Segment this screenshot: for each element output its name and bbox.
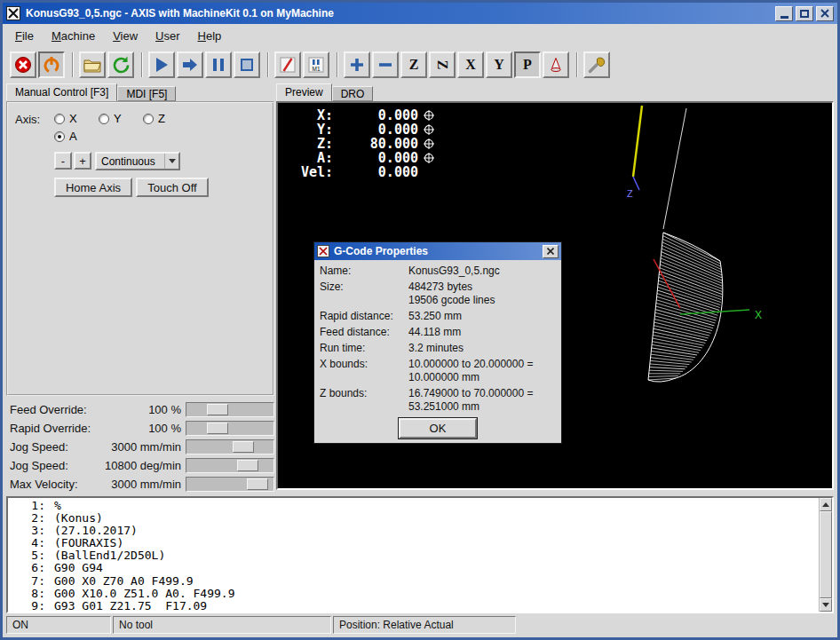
slider-thumb[interactable] <box>237 460 258 471</box>
axis-radio-y[interactable]: Y <box>99 112 122 125</box>
status-machine-state: ON <box>6 616 111 634</box>
tab-preview[interactable]: Preview <box>276 83 332 101</box>
gcode-lines: 1:% 2:(Konus) 3:(27.10.2017) 4:(FOURAXIS… <box>8 498 819 612</box>
tab-dro[interactable]: DRO <box>332 86 374 101</box>
dro-readout: X: 0.000 Y: 0.000 Z: 80.000 A: 0.000 <box>289 108 434 179</box>
slider-thumb[interactable] <box>207 423 228 434</box>
left-panel: Manual Control [F3] MDI [F5] Axis: X Y Z… <box>6 83 274 494</box>
close-icon <box>820 9 829 18</box>
ok-button[interactable]: OK <box>399 418 477 439</box>
feed-override-slider[interactable] <box>186 402 274 417</box>
line-text: (Konus) <box>54 512 103 525</box>
gcode-line[interactable]: 7:G00 X0 Z70 A0 F499.9 <box>8 575 819 588</box>
maximize-button[interactable] <box>796 6 813 21</box>
clear-plot-button[interactable] <box>543 51 569 78</box>
estop-button[interactable] <box>10 51 36 78</box>
toolpath-rapid-line <box>663 108 686 229</box>
menu-view[interactable]: View <box>104 26 147 46</box>
menu-help[interactable]: Help <box>189 26 231 46</box>
dialog-row-z-bounds: Z bounds: 16.749000 to 70.000000 = 53.25… <box>320 387 556 414</box>
home-axis-button[interactable]: Home Axis <box>54 178 132 197</box>
dialog-close-button[interactable] <box>543 245 559 258</box>
jog-minus-button[interactable]: - <box>54 152 72 170</box>
rapid-override-slider[interactable] <box>186 421 274 436</box>
gcode-line[interactable]: 2:(Konus) <box>8 512 819 525</box>
axis-radio-x-label: X <box>69 112 77 125</box>
skip-lines-button[interactable] <box>274 51 301 78</box>
menu-user[interactable]: User <box>147 26 188 46</box>
tools-button[interactable] <box>583 51 610 78</box>
view-x-button[interactable]: X <box>457 51 484 78</box>
pause-button[interactable] <box>205 51 232 78</box>
x-bounds-value: 10.000000 to 20.000000 = 10.000000 mm <box>408 358 533 384</box>
jog-mode-select[interactable]: Continuous <box>95 152 180 170</box>
jog-plus-button[interactable]: + <box>74 152 91 170</box>
view-z-rotated-icon: Z <box>435 60 449 70</box>
x-axis-line <box>680 310 749 314</box>
view-x-icon: X <box>465 58 476 72</box>
scrollbar-thumb[interactable] <box>820 511 832 598</box>
arrow-down-icon <box>822 603 829 607</box>
estop-icon <box>13 55 33 75</box>
scroll-down-button[interactable] <box>820 598 832 612</box>
close-button[interactable] <box>816 6 834 21</box>
axis-label: Axis: <box>15 113 40 126</box>
slider-thumb[interactable] <box>233 441 254 453</box>
status-position-mode: Position: Relative Actual <box>333 616 516 634</box>
jog-speed-row: Jog Speed: 3000 mm/min <box>10 438 274 455</box>
view-perspective-button[interactable]: P <box>514 51 541 78</box>
power-button[interactable] <box>38 51 65 78</box>
tab-manual-control[interactable]: Manual Control [F3] <box>6 83 117 101</box>
dialog-titlebar[interactable]: G-Code Properties <box>314 242 561 260</box>
rapid-override-row: Rapid Override: 100 % <box>10 419 274 437</box>
axis-radio-z[interactable]: Z <box>143 112 165 125</box>
gcode-line[interactable]: 5:(BallEnd1/2D50L) <box>8 549 819 562</box>
slider-thumb[interactable] <box>247 478 268 490</box>
preview-area[interactable]: Z X X: 0.000 Y: 0.000 <box>276 101 834 490</box>
menu-file[interactable]: File <box>6 26 43 46</box>
titlebar[interactable]: KonusG93_0,5.ngc - AXIS with MachineKit … <box>3 3 837 24</box>
x-axis-label: X <box>755 309 762 321</box>
z-axis-line <box>633 177 639 190</box>
gcode-listing[interactable]: 1:% 2:(Konus) 3:(27.10.2017) 4:(FOURAXIS… <box>6 496 834 613</box>
toolbar-separator <box>267 52 269 77</box>
minimize-button[interactable] <box>775 6 793 21</box>
reload-button[interactable] <box>107 51 134 78</box>
feed-distance-value: 44.118 mm <box>408 326 461 339</box>
optional-pause-button[interactable]: M1 <box>303 51 329 78</box>
gcode-line[interactable]: 3:(27.10.2017) <box>8 525 819 537</box>
stop-button[interactable] <box>234 51 260 78</box>
maximize-icon <box>800 10 809 18</box>
status-tool: No tool <box>113 616 331 634</box>
radio-icon <box>143 114 154 124</box>
slider-thumb[interactable] <box>207 404 228 415</box>
gcode-line[interactable]: 4:(FOURAXIS) <box>8 537 819 549</box>
menu-machine[interactable]: Machine <box>43 26 104 46</box>
dro-y-label: Y: <box>289 122 333 137</box>
gcode-line[interactable]: 6:G90 G94 <box>8 562 819 574</box>
scroll-up-button[interactable] <box>820 498 832 511</box>
jog-speed-deg-slider[interactable] <box>186 458 274 473</box>
view-y-button[interactable]: Y <box>486 51 512 78</box>
zoom-out-button[interactable] <box>372 51 399 78</box>
view-z-rotated-button[interactable]: Z <box>429 51 456 78</box>
max-velocity-slider[interactable] <box>186 477 274 492</box>
toolbar-separator <box>72 52 74 77</box>
open-button[interactable] <box>79 51 106 78</box>
view-z-button[interactable]: Z <box>400 51 427 78</box>
max-velocity-row: Max Velocity: 3000 mm/min <box>10 475 274 493</box>
gcode-line[interactable]: 9:G93 G01 Z21.75 F17.09 <box>8 600 819 612</box>
axis-radio-x[interactable]: X <box>54 112 77 125</box>
step-button[interactable] <box>177 51 203 78</box>
jog-speed-slider[interactable] <box>186 439 274 454</box>
gcode-line[interactable]: 1:% <box>8 500 819 512</box>
jog-speed-deg-label: Jog Speed: <box>10 459 68 472</box>
touch-off-button[interactable]: Touch Off <box>136 178 209 197</box>
axis-radio-a[interactable]: A <box>54 130 77 143</box>
tab-mdi[interactable]: MDI [F5] <box>117 86 176 101</box>
run-button[interactable] <box>148 51 175 78</box>
gcode-line[interactable]: 8:G00 X10.0 Z51.0 A0. F499.9 <box>8 588 819 600</box>
gcode-scrollbar[interactable] <box>819 498 832 612</box>
jog-speed-value: 3000 mm/min <box>111 440 181 454</box>
zoom-in-button[interactable] <box>344 51 370 78</box>
